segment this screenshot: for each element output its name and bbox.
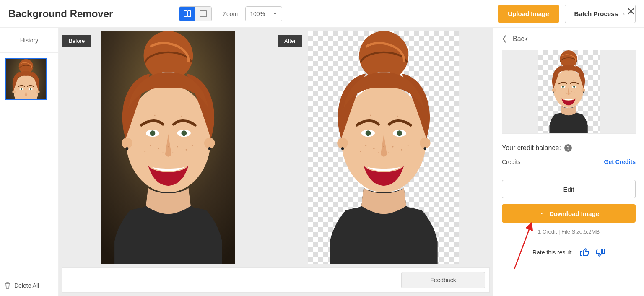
back-button[interactable]: Back [502, 34, 636, 44]
svg-rect-24 [200, 11, 207, 17]
delete-all-label: Delete All [14, 282, 39, 289]
history-label: History [20, 37, 39, 44]
rate-label: Rate this result : [532, 249, 575, 256]
history-thumb[interactable] [5, 58, 47, 100]
get-credits-link[interactable]: Get Credits [604, 158, 636, 165]
zoom-select[interactable]: 100% [245, 6, 282, 21]
delete-all-button[interactable]: Delete All [0, 275, 58, 296]
split-view-icon [183, 10, 192, 18]
batch-process-label: Batch Process → [574, 10, 626, 17]
zoom-label: Zoom [223, 10, 238, 17]
sidebar: History Delete All [0, 28, 59, 296]
file-info: 1 Credit | File Size:5.2MB [502, 228, 636, 235]
trash-icon [4, 282, 11, 289]
download-icon [538, 210, 545, 217]
after-image [317, 31, 451, 264]
history-thumb-list [0, 53, 58, 275]
view-toggle-splitview[interactable] [179, 7, 195, 21]
credit-balance-label: Your credit balance: [502, 144, 561, 152]
zoom-value: 100% [250, 10, 265, 17]
before-panel: Before [62, 31, 274, 264]
view-toggle-group [179, 6, 212, 21]
thumbs-down-icon [595, 247, 605, 257]
preview-bottom-bar: Feedback [62, 267, 490, 293]
batch-process-button[interactable]: Batch Process → [565, 5, 636, 23]
download-image-button[interactable]: Download Image [502, 204, 636, 223]
before-image [101, 31, 236, 264]
chevron-left-icon [502, 34, 508, 44]
upload-image-button[interactable]: Upload Image [498, 5, 558, 23]
main: History Delete All Before [0, 28, 644, 296]
preview-area: Before After [59, 28, 493, 296]
credit-row: Credits Get Credits [502, 152, 636, 172]
history-tab[interactable]: History [0, 28, 58, 53]
rate-row: Rate this result : [502, 247, 636, 257]
view-toggle-singleview[interactable] [195, 7, 211, 21]
detail-panel: Back Your credit balance: ? Credits Get … [493, 28, 644, 296]
thumbs-down-button[interactable] [595, 247, 605, 257]
chevron-down-icon [273, 12, 278, 16]
credits-label: Credits [502, 158, 520, 165]
download-label: Download Image [549, 210, 599, 217]
app-title: Background Remover [8, 8, 113, 20]
svg-rect-23 [188, 11, 191, 17]
back-label: Back [513, 35, 528, 43]
svg-rect-22 [184, 11, 187, 17]
close-icon[interactable]: ✕ [626, 6, 636, 17]
preview-panels: Before After [62, 31, 490, 264]
credit-balance-title: Your credit balance: ? [502, 144, 636, 152]
thumbs-up-icon [580, 247, 590, 257]
upload-image-label: Upload Image [508, 10, 549, 17]
help-icon[interactable]: ? [564, 144, 572, 152]
topbar: Background Remover Zoom 100% Upload Imag… [0, 0, 644, 28]
after-panel: After [278, 31, 490, 264]
edit-button[interactable]: Edit [502, 180, 636, 198]
feedback-label: Feedback [430, 277, 456, 283]
edit-label: Edit [564, 186, 574, 193]
thumbs-up-button[interactable] [580, 247, 590, 257]
annotation-arrow-icon [510, 221, 535, 271]
detail-preview-image [545, 50, 592, 133]
before-badge: Before [62, 35, 91, 47]
single-view-icon [199, 10, 208, 18]
feedback-button[interactable]: Feedback [401, 272, 485, 288]
detail-preview [502, 50, 636, 134]
